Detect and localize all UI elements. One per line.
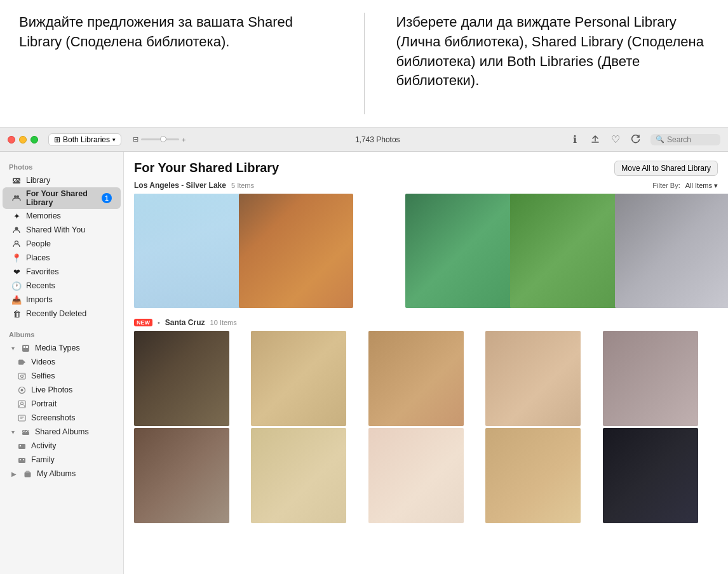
photo-cell[interactable] [251, 331, 346, 426]
videos-icon [17, 357, 27, 367]
svg-rect-8 [26, 346, 28, 348]
annotation-divider [364, 13, 365, 114]
main-panel: For Your Shared Library Move All to Shar… [124, 152, 728, 574]
selfies-label: Selfies [31, 371, 55, 380]
sidebar-item-my-albums[interactable]: ▶ My Albums [3, 467, 121, 481]
photo-cell[interactable] [134, 331, 229, 426]
my-albums-icon [22, 469, 32, 479]
media-types-icon [20, 343, 30, 353]
photo-cell[interactable] [368, 331, 464, 426]
search-box[interactable]: 🔍 [650, 134, 720, 145]
main-header: For Your Shared Library Move All to Shar… [134, 161, 718, 176]
photo-cell[interactable] [239, 194, 353, 308]
library-picker[interactable]: ⊞ Both Libraries ▾ [48, 133, 121, 146]
section2-count: 10 Items [210, 319, 237, 326]
traffic-lights [8, 136, 38, 144]
sidebar-item-media-types[interactable]: ▾ Media Types [3, 341, 121, 355]
sidebar-item-shared-with-you[interactable]: Shared With You [3, 223, 121, 237]
photo-grid-section2-row2 [134, 428, 718, 523]
sidebar-item-memories[interactable]: ✦ Memories [3, 209, 121, 223]
svg-point-23 [20, 459, 21, 460]
library-icon: ⊞ [54, 135, 60, 144]
info-button[interactable]: ℹ [569, 134, 581, 145]
sidebar-item-portrait[interactable]: Portrait [8, 397, 121, 411]
svg-marker-10 [24, 361, 25, 364]
sidebar-item-shared-albums[interactable]: ▾ Shared Albums [3, 425, 121, 439]
svg-rect-6 [22, 345, 29, 352]
photo-cell[interactable] [510, 194, 624, 308]
slider-track[interactable] [141, 138, 179, 140]
sidebar-item-activity[interactable]: Activity [8, 439, 121, 453]
minimize-button[interactable] [19, 136, 27, 144]
svg-point-13 [24, 373, 25, 375]
share-button[interactable] [590, 134, 601, 145]
photo-cell[interactable] [405, 194, 520, 308]
my-albums-label: My Albums [37, 469, 76, 478]
annotation-left: Виждайте предложения за вашата Shared Li… [19, 13, 332, 114]
svg-point-2 [14, 196, 17, 198]
sidebar-item-live-photos[interactable]: Live Photos [8, 383, 121, 397]
photo-cell[interactable] [134, 428, 229, 523]
section1-count: 5 Items [231, 182, 254, 189]
photo-grid-section1 [134, 194, 718, 308]
sidebar-item-recents[interactable]: 🕐 Recents [3, 279, 121, 293]
sidebar-item-selfies[interactable]: Selfies [8, 369, 121, 383]
annotation-overlay: Виждайте предложения за вашата Shared Li… [0, 0, 728, 127]
photo-cell[interactable] [603, 428, 698, 523]
albums-section-label: Albums [0, 326, 123, 341]
sidebar-item-favorites[interactable]: ❤ Favorites [3, 265, 121, 279]
svg-rect-22 [18, 458, 25, 463]
sidebar-item-imports[interactable]: 📥 Imports [3, 293, 121, 307]
sidebar-item-library[interactable]: Library [3, 173, 121, 187]
toolbar-actions: ℹ ♡ 🔍 [569, 134, 720, 145]
photo-cell[interactable] [615, 194, 728, 308]
memories-label: Memories [26, 211, 61, 220]
photo-cell[interactable] [251, 428, 346, 523]
media-types-subsection: Videos Selfies [0, 355, 123, 425]
places-label: Places [26, 253, 50, 262]
shared-albums-icon [20, 427, 30, 437]
slider-thumb[interactable] [160, 136, 166, 142]
sidebar-item-recently-deleted[interactable]: 🗑 Recently Deleted [3, 307, 121, 321]
svg-point-24 [23, 459, 24, 460]
collapse-icon: ▾ [11, 345, 15, 352]
selfies-icon [17, 371, 27, 381]
toolbar-controls: ⊞ Both Libraries ▾ ⊟ + 1,743 Photos ℹ [48, 133, 720, 146]
portrait-label: Portrait [31, 399, 57, 408]
photo-cell[interactable] [603, 331, 698, 426]
memories-icon: ✦ [11, 211, 22, 221]
content-area: Photos Library [0, 152, 728, 574]
videos-label: Videos [31, 357, 55, 366]
close-button[interactable] [8, 136, 15, 144]
fullscreen-button[interactable] [30, 136, 38, 144]
filter-by-label: Filter By: [652, 182, 680, 189]
photo-cell[interactable] [368, 428, 464, 523]
recents-icon: 🕐 [11, 281, 22, 291]
main-title: For Your Shared Library [134, 161, 279, 175]
sidebar-item-shared-library[interactable]: For Your Shared Library 1 [3, 187, 121, 209]
photo-cell[interactable] [485, 428, 581, 523]
svg-rect-26 [25, 471, 29, 472]
zoom-slider[interactable]: ⊟ + [133, 135, 185, 144]
shared-library-label: For Your Shared Library [26, 189, 97, 207]
photo-cell[interactable] [134, 194, 248, 308]
sidebar-item-family[interactable]: Family [8, 453, 121, 467]
rotate-button[interactable] [630, 134, 642, 145]
svg-rect-9 [18, 359, 24, 364]
zoom-out-icon: ⊟ [133, 135, 138, 144]
shared-library-icon [11, 193, 22, 203]
photo-cell[interactable] [485, 331, 581, 426]
search-input[interactable] [667, 135, 718, 144]
sidebar-item-people[interactable]: People [3, 237, 121, 251]
sidebar-item-videos[interactable]: Videos [8, 355, 121, 369]
sidebar-item-screenshots[interactable]: Screenshots [8, 411, 121, 425]
move-all-button[interactable]: Move All to Shared Library [614, 161, 718, 176]
family-label: Family [31, 455, 55, 464]
favorites-icon: ❤ [11, 267, 22, 277]
favorite-button[interactable]: ♡ [610, 134, 621, 145]
new-badge: NEW [134, 319, 152, 326]
screenshots-icon [17, 413, 27, 423]
sidebar-item-places[interactable]: 📍 Places [3, 251, 121, 265]
annotation-right: Изберете дали да виждате Personal Librar… [396, 13, 710, 114]
filter-dropdown[interactable]: All Items ▾ [685, 182, 718, 190]
